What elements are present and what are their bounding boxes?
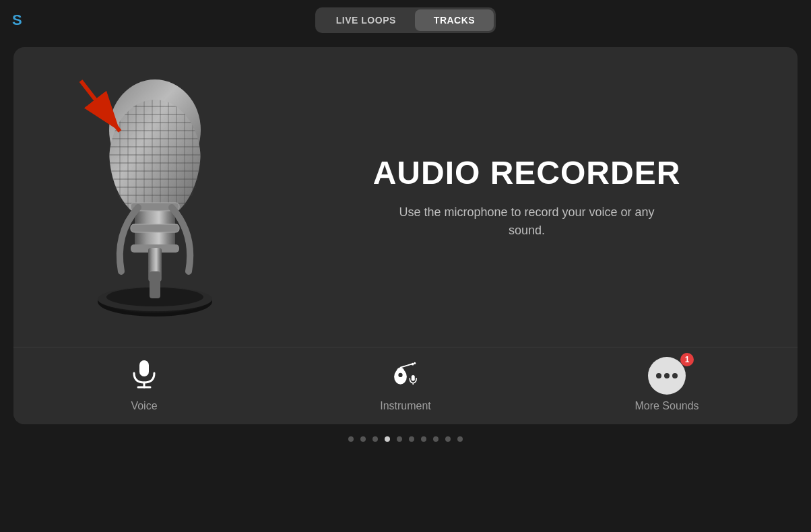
- main-card: AUDIO RECORDER Use the microphone to rec…: [13, 47, 798, 424]
- svg-rect-40: [150, 271, 160, 298]
- svg-point-48: [414, 362, 416, 364]
- bottom-tabs-bar: Voice: [13, 347, 798, 424]
- dot-1[interactable]: [348, 436, 354, 442]
- svg-rect-50: [412, 375, 415, 381]
- bottom-tab-more-sounds[interactable]: 1 More Sounds: [620, 357, 714, 412]
- audio-recorder-title: AUDIO RECORDER: [373, 154, 681, 191]
- more-sounds-label: More Sounds: [635, 400, 699, 412]
- voice-label: Voice: [131, 400, 157, 412]
- content-section: AUDIO RECORDER Use the microphone to rec…: [13, 47, 798, 347]
- svg-point-47: [412, 363, 414, 366]
- bottom-tab-instrument[interactable]: Instrument: [358, 357, 453, 412]
- instrument-label: Instrument: [380, 400, 431, 412]
- svg-line-46: [401, 364, 412, 368]
- pagination-dots: [0, 436, 811, 442]
- dot-8[interactable]: [433, 436, 439, 442]
- dot-9[interactable]: [445, 436, 451, 442]
- tab-live-loops[interactable]: LIVE LOOPS: [317, 9, 415, 31]
- dot-7[interactable]: [421, 436, 426, 442]
- info-section: AUDIO RECORDER Use the microphone to rec…: [296, 154, 757, 240]
- more-sounds-icon: 1: [648, 357, 686, 395]
- dot-5[interactable]: [397, 436, 402, 442]
- dot-3[interactable]: [372, 436, 378, 442]
- more-sounds-badge: 1: [680, 353, 694, 366]
- voice-icon: [127, 357, 161, 395]
- dot-6[interactable]: [409, 436, 414, 442]
- svg-point-49: [398, 373, 402, 377]
- dot-4[interactable]: [385, 436, 390, 442]
- app-initial: S: [12, 11, 22, 29]
- tab-group: LIVE LOOPS TRACKS: [315, 7, 496, 33]
- microphone-illustration: [54, 73, 256, 322]
- dot-2[interactable]: [360, 436, 366, 442]
- dot-10[interactable]: [457, 436, 463, 442]
- tab-tracks[interactable]: TRACKS: [415, 9, 494, 31]
- top-bar: S LIVE LOOPS TRACKS: [0, 0, 811, 40]
- svg-rect-33: [131, 224, 179, 232]
- svg-rect-41: [139, 360, 149, 376]
- bottom-tab-voice[interactable]: Voice: [97, 357, 191, 412]
- instrument-icon: [389, 357, 422, 395]
- audio-recorder-description: Use the microphone to record your voice …: [399, 203, 655, 240]
